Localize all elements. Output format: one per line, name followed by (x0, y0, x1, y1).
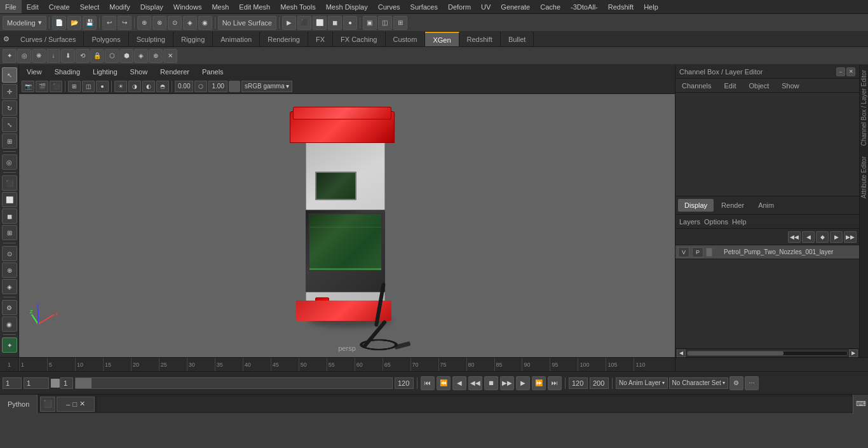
vp-color-mode-btn[interactable] (229, 81, 240, 92)
vp-grid-btn[interactable]: ⊞ (68, 81, 81, 92)
xgen-tool6[interactable]: ⟲ (76, 49, 90, 63)
python-command-input[interactable] (97, 397, 853, 412)
snap-face-btn[interactable]: ◼ (2, 208, 17, 224)
next-key-btn[interactable]: ▶ (516, 376, 530, 390)
xgen-tool5[interactable]: ⬇ (61, 49, 75, 63)
xgen-main-btn[interactable]: ✦ (2, 337, 17, 353)
viewport-menu-show[interactable]: Show (126, 67, 152, 77)
rotate-mode-btn[interactable]: ↻ (2, 100, 17, 116)
viewport-menu-lighting[interactable]: Lighting (89, 67, 121, 77)
layer-end-btn[interactable]: ▶▶ (844, 231, 857, 243)
menu-mesh-display[interactable]: Mesh Display (321, 0, 373, 13)
render5-btn[interactable]: ● (343, 16, 357, 30)
menu-curves[interactable]: Curves (373, 0, 405, 13)
xgen-tool10[interactable]: ◈ (134, 49, 148, 63)
le-tab-anim[interactable]: Anim (752, 199, 780, 212)
animation-range-slider[interactable] (75, 377, 393, 389)
live-surface-selector[interactable]: No Live Surface (218, 16, 276, 30)
menu-mesh-tools[interactable]: Mesh Tools (275, 0, 320, 13)
menu-deform[interactable]: Deform (443, 0, 476, 13)
anim-layer-settings-btn[interactable]: ⚙ (729, 376, 743, 390)
view-btn[interactable]: ▣ (363, 16, 377, 30)
select-mode-btn[interactable]: ↖ (2, 67, 17, 83)
tab-redshift[interactable]: Redshift (459, 32, 501, 46)
menu-3dtall[interactable]: -3DtoAll- (566, 0, 603, 13)
undo-btn[interactable]: ↩ (102, 16, 116, 30)
render-btn[interactable]: ▶ (282, 16, 296, 30)
tool4-btn[interactable]: ◈ (183, 16, 197, 30)
universal-mode-btn[interactable]: ⊞ (2, 133, 17, 149)
layer-next-btn[interactable]: ▶ (830, 231, 843, 243)
tab-rigging[interactable]: Rigging (173, 32, 213, 46)
layer-visibility-btn[interactable]: V (678, 247, 689, 257)
tool-settings-btn[interactable]: ⚙ (2, 300, 17, 315)
xgen-tool7[interactable]: 🔒 (90, 49, 104, 63)
menu-select[interactable]: Select (75, 0, 105, 13)
menu-redshift[interactable]: Redshift (603, 0, 639, 13)
vp-value2-field[interactable]: 1.00 (208, 81, 227, 92)
xgen-tool12[interactable]: ✕ (163, 49, 177, 63)
xgen-tool8[interactable]: ⬡ (105, 49, 119, 63)
scroll-left-btn[interactable]: ◀ (677, 350, 686, 357)
vp-lighting-btn[interactable]: ☀ (114, 81, 127, 92)
menu-edit-mesh[interactable]: Edit Mesh (234, 0, 275, 13)
menu-uv[interactable]: UV (476, 0, 496, 13)
vp-render-region-btn[interactable]: ⬛ (50, 81, 62, 92)
tab-sculpting[interactable]: Sculpting (129, 32, 173, 46)
save-scene-btn[interactable]: 💾 (83, 16, 97, 30)
tab-bullet[interactable]: Bullet (501, 32, 534, 46)
layer-key-btn[interactable]: ◆ (816, 231, 829, 243)
layer-option-layers[interactable]: Layers (679, 218, 700, 226)
snap-edge-btn[interactable]: ⬜ (2, 192, 17, 207)
tab-custom[interactable]: Custom (386, 32, 426, 46)
move-mode-btn[interactable]: ✛ (2, 84, 17, 99)
xgen-tool4[interactable]: ↓ (46, 49, 60, 63)
viewport-canvas[interactable]: x z y persp (19, 94, 675, 357)
select-tool-btn[interactable]: ⊕ (137, 16, 151, 30)
menu-help[interactable]: Help (639, 0, 663, 13)
layer-row-pump[interactable]: V P Petrol_Pump_Two_Nozzles_001_layer (675, 245, 859, 259)
viewport-menu-renderer[interactable]: Renderer (156, 67, 193, 77)
layer-playback-btn[interactable]: P (692, 247, 703, 257)
python-keyboard-icon[interactable]: ⌨ (853, 395, 868, 414)
menu-windows[interactable]: Windows (168, 0, 207, 13)
xgen-tool2[interactable]: ◎ (17, 49, 31, 63)
vp-shadow-btn[interactable]: ◑ (128, 81, 141, 92)
scroll-thumb[interactable] (688, 351, 783, 355)
char-set-dropdown[interactable]: No Character Set ▾ (669, 377, 728, 389)
tab-fx-caching[interactable]: FX Caching (333, 32, 385, 46)
cb-tab-show[interactable]: Show (775, 79, 806, 92)
play-end-btn[interactable]: ⏭ (548, 376, 562, 390)
menu-modify[interactable]: Modify (104, 0, 135, 13)
layer-option-help[interactable]: Help (732, 218, 747, 226)
viewport-menu-panels[interactable]: Panels (198, 67, 227, 77)
timeline-ruler[interactable]: 1510152025303540455055606570758085909510… (19, 358, 675, 371)
play-back-btn[interactable]: ⏮ (421, 376, 435, 390)
workspace-selector[interactable]: Modeling ▾ (3, 16, 46, 30)
tool5-btn[interactable]: ◉ (198, 16, 212, 30)
window-icon-btn[interactable]: ⬛ (40, 397, 55, 412)
history-btn[interactable]: ⊕ (2, 262, 17, 278)
tab-curves-surfaces[interactable]: Curves / Surfaces (13, 32, 84, 46)
menu-display[interactable]: Display (135, 0, 168, 13)
render2-btn[interactable]: ⬛ (297, 16, 311, 30)
render3-btn[interactable]: ⬜ (313, 16, 327, 30)
tab-rendering[interactable]: Rendering (260, 32, 308, 46)
play-reverse-btn[interactable]: ◀◀ (468, 376, 482, 390)
cb-minimize-btn[interactable]: – (836, 67, 845, 76)
cb-tab-edit[interactable]: Edit (717, 79, 742, 92)
scroll-right-btn[interactable]: ▶ (849, 350, 858, 357)
anim-layer-extra-btn[interactable]: ⋯ (745, 376, 759, 390)
current-frame-field[interactable]: 1 (24, 377, 49, 389)
play-forward-btn[interactable]: ▶▶ (500, 376, 514, 390)
viewport-menu-shading[interactable]: Shading (51, 67, 84, 77)
menu-cache[interactable]: Cache (535, 0, 566, 13)
tab-animation[interactable]: Animation (213, 32, 260, 46)
viewport-menu-view[interactable]: View (23, 67, 46, 77)
frame-display-field[interactable]: 1 (60, 377, 73, 389)
le-tab-display[interactable]: Display (678, 199, 714, 212)
tab-xgen[interactable]: XGen (425, 32, 459, 46)
lasso-tool-btn[interactable]: ⊗ (153, 16, 166, 30)
menu-mesh[interactable]: Mesh (207, 0, 234, 13)
edge-tab-channel-box[interactable]: Channel Box / Layer Editor (860, 65, 868, 151)
